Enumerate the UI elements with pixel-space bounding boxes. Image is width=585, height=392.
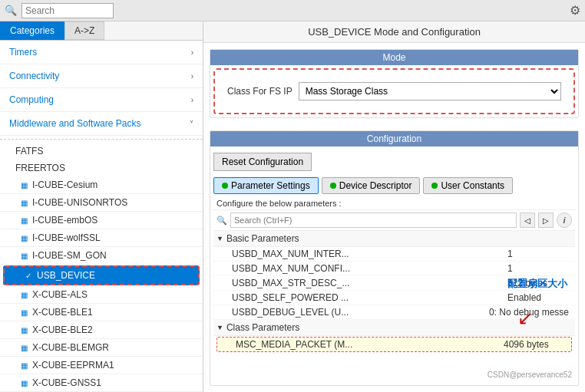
tab-dot-icon [330, 183, 336, 189]
list-item-xcube-ble2[interactable]: ▦ X-CUBE-BLE2 [0, 321, 203, 339]
panel-title: USB_DEVICE Mode and Configuration [203, 21, 585, 43]
table-row: USBD_MAX_STR_DESC_... 512 bytes [213, 276, 575, 291]
list-item-icube-embos[interactable]: ▦ I-CUBE-embOS [0, 212, 203, 229]
list-item-icube-wolfssl[interactable]: ▦ I-CUBE-wolfSSL [0, 229, 203, 247]
table-row: USBD_MAX_NUM_CONFI... 1 [213, 262, 575, 276]
sidebar-item-connectivity[interactable]: Connectivity › [0, 64, 203, 88]
cube-icon: ▦ [18, 360, 29, 371]
cube-icon: ▦ [18, 289, 29, 300]
list-item-freertos[interactable]: FREERTOS [0, 160, 203, 176]
cube-icon: ▦ [18, 324, 29, 335]
list-item-usb-device[interactable]: ✓ USB_DEVICE [3, 265, 200, 285]
sidebar-tabs: Categories A->Z [0, 21, 203, 41]
config-tabs: Parameter Settings Device Descriptor Use… [213, 177, 575, 194]
config-section: Configuration Reset Configuration Parame… [210, 130, 579, 386]
list-item-xcube-gnss1[interactable]: ▦ X-CUBE-GNSS1 [0, 374, 203, 392]
list-item-xcube-eeprma1[interactable]: ▦ X-CUBE-EEPRMA1 [0, 357, 203, 374]
tab-dot-icon [431, 183, 438, 189]
list-item-xcube-ble1[interactable]: ▦ X-CUBE-BLE1 [0, 304, 203, 321]
table-row: USBD_MAX_NUM_INTER... 1 [213, 247, 575, 262]
list-item-fatfs[interactable]: FATFS [0, 143, 203, 160]
tab-az[interactable]: A->Z [64, 21, 104, 40]
cube-icon: ▦ [18, 377, 29, 388]
nav-next-button[interactable]: ▷ [538, 212, 554, 228]
connectivity-label: Connectivity [9, 71, 59, 81]
param-value: 512 bytes [507, 278, 569, 288]
watermark: CSDN@perseverance52 [488, 371, 572, 379]
param-value: 4096 bytes [504, 339, 565, 350]
cube-icon: ▦ [18, 307, 29, 318]
param-value: 1 [507, 263, 569, 274]
cube-icon: ▦ [18, 342, 29, 353]
tab-dot-icon [222, 183, 228, 189]
tab-device-descriptor[interactable]: Device Descriptor [322, 177, 421, 194]
sidebar-item-timers[interactable]: Timers › [0, 41, 203, 64]
table-row: USBD_DEBUG_LEVEL (U... 0: No debug messe [213, 305, 575, 320]
sidebar-item-middleware[interactable]: Middleware and Software Packs ˅ [0, 112, 203, 136]
search-input[interactable] [21, 3, 114, 18]
middleware-label: Middleware and Software Packs [9, 118, 140, 129]
basic-params-header[interactable]: ▼ Basic Parameters [213, 231, 575, 247]
list-item-xcube-blemgr[interactable]: ▦ X-CUBE-BLEMGR [0, 339, 203, 357]
reset-configuration-button[interactable]: Reset Configuration [213, 153, 312, 171]
params-search-input[interactable] [230, 212, 517, 228]
params-list: ▼ Basic Parameters USBD_MAX_NUM_INTER...… [213, 231, 575, 382]
search-row: 🔍 ◁ ▷ i [213, 210, 575, 231]
right-panel: USB_DEVICE Mode and Configuration Mode C… [203, 21, 585, 392]
sidebar-item-computing[interactable]: Computing › [0, 88, 203, 112]
list-item-icube-cesium[interactable]: ▦ I-CUBE-Cesium [0, 176, 203, 194]
chevron-right-icon: › [191, 48, 193, 57]
class-params-header[interactable]: ▼ Class Parameters [213, 320, 575, 336]
computing-label: Computing [9, 94, 54, 105]
param-name: USBD_MAX_STR_DESC_... [232, 278, 507, 288]
list-item-icube-smgon[interactable]: ▦ I-CUBE-SM_GON [0, 247, 203, 265]
cube-icon: ▦ [18, 215, 29, 226]
settings-icon[interactable]: ⚙ [570, 3, 580, 18]
cube-icon: ▦ [18, 180, 29, 190]
param-name: USBD_DEBUG_LEVEL (U... [232, 307, 489, 318]
list-item-icube-unisonrtos[interactable]: ▦ I-CUBE-UNISONRTOS [0, 194, 203, 212]
sidebar: Categories A->Z Timers › Connectivity › … [0, 21, 203, 392]
cube-icon: ▦ [18, 197, 29, 208]
param-name: MSC_MEDIA_PACKET (M... [236, 339, 504, 350]
top-bar: 🔍 ⚙ [0, 0, 585, 21]
param-value: Enabled [507, 292, 569, 303]
tab-user-constants[interactable]: User Constants [423, 177, 513, 194]
timers-label: Timers [9, 47, 37, 58]
nav-prev-button[interactable]: ◁ [520, 212, 535, 228]
tab-categories[interactable]: Categories [0, 21, 64, 40]
cube-icon: ▦ [18, 250, 29, 261]
tab-parameter-settings[interactable]: Parameter Settings [213, 177, 319, 194]
search-params-icon: 🔍 [216, 216, 227, 226]
mode-row: Class For FS IP Mass Storage Class [227, 82, 561, 100]
config-content: Reset Configuration Parameter Settings D… [210, 147, 578, 385]
config-header: Configuration [210, 131, 578, 147]
mode-dashed-border: Class For FS IP Mass Storage Class [213, 68, 575, 114]
sidebar-divider [0, 139, 203, 140]
info-button[interactable]: i [557, 212, 572, 228]
param-name: USBD_MAX_NUM_INTER... [232, 249, 507, 259]
group-arrow-icon: ▼ [216, 235, 223, 242]
configure-text: Configure the below parameters : [213, 197, 575, 210]
chevron-right-icon: › [191, 96, 193, 104]
param-name: USBD_SELF_POWERED ... [232, 292, 507, 303]
param-name: USBD_MAX_NUM_CONFI... [232, 263, 507, 274]
param-value: 1 [507, 249, 569, 259]
class-for-fs-ip-select[interactable]: Mass Storage Class [299, 82, 561, 100]
search-icon: 🔍 [5, 5, 17, 16]
param-value: 0: No debug messe [489, 307, 569, 318]
list-item-xcube-als[interactable]: ▦ X-CUBE-ALS [0, 286, 203, 304]
cube-icon: ▦ [18, 232, 29, 243]
mode-content: Class For FS IP Mass Storage Class [220, 74, 569, 108]
mode-header: Mode [210, 50, 578, 65]
check-icon: ✓ [23, 270, 34, 281]
chevron-down-icon: ˅ [190, 120, 193, 128]
group-arrow-icon: ▼ [216, 324, 223, 331]
table-row: USBD_SELF_POWERED ... Enabled [213, 291, 575, 305]
main-layout: Categories A->Z Timers › Connectivity › … [0, 21, 585, 392]
params-wrap: ▼ Basic Parameters USBD_MAX_NUM_INTER...… [213, 231, 575, 382]
mode-section: Mode Class For FS IP Mass Storage Class [210, 49, 579, 118]
table-row: MSC_MEDIA_PACKET (M... 4096 bytes [216, 337, 572, 352]
chevron-right-icon: › [191, 72, 193, 81]
sidebar-list: Timers › Connectivity › Computing › Midd… [0, 41, 203, 392]
